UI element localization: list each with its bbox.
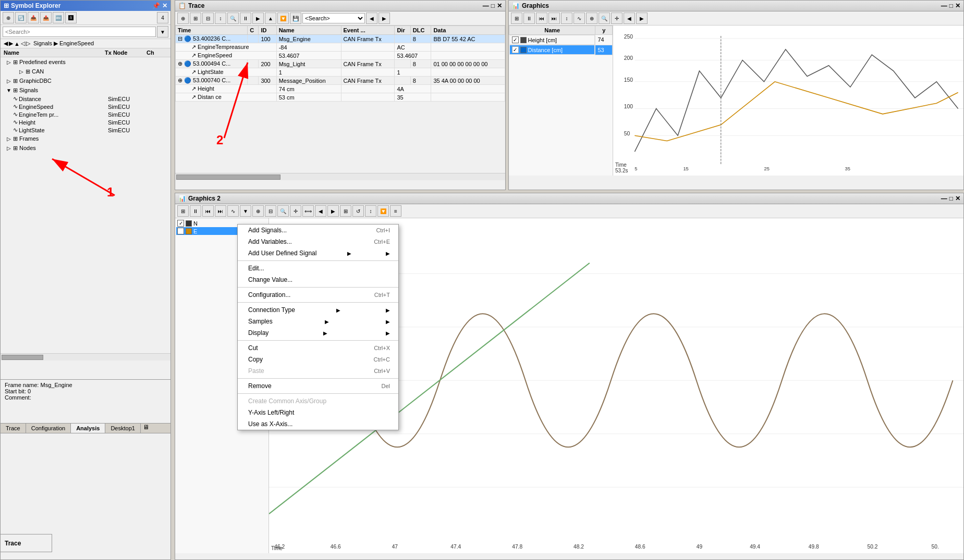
menu-add-signals[interactable]: Add Signals... Ctrl+I (238, 225, 398, 236)
nav-back[interactable]: ◀ (4, 40, 8, 47)
graphics2-maximize[interactable]: □ (949, 195, 953, 202)
g-tb-left[interactable]: ◀ (624, 13, 635, 24)
trace-tb-3[interactable]: ⊟ (202, 13, 214, 24)
graphics2-minimize[interactable]: — (941, 195, 947, 202)
menu-create-common[interactable]: Create Common Axis/Group (238, 395, 398, 407)
g2-tb-cursor[interactable]: ✛ (290, 205, 301, 217)
menu-use-as-xaxis[interactable]: Use as X-Axis... (238, 418, 398, 430)
g2-tb-left[interactable]: ◀ (315, 205, 326, 217)
tree-frames[interactable]: ▷ ⊞ Frames (1, 134, 170, 143)
g2-tb-7[interactable]: ⟺ (302, 205, 314, 217)
g-tb-1[interactable]: ⊞ (511, 13, 522, 24)
menu-paste[interactable]: Paste Ctrl+V (238, 365, 398, 377)
graphics2-close[interactable]: ✕ (955, 195, 960, 202)
table-row[interactable]: ⊕ 🔵 53.000740 C... 300 Message_Position … (176, 77, 505, 85)
menu-configuration[interactable]: Configuration... Ctrl+T (238, 289, 398, 301)
tree-nodes[interactable]: ▷ ⊞ Nodes (1, 143, 170, 153)
tree-enginespeed[interactable]: ∿ EngineSpeed SimECU (1, 103, 170, 110)
g-tb-6[interactable]: ⊕ (586, 13, 597, 24)
g2-tb-10[interactable]: ↕ (365, 205, 376, 217)
graphics-maximize[interactable]: □ (949, 2, 953, 9)
menu-edit[interactable]: Edit... (238, 263, 398, 274)
trace-hscroll[interactable] (175, 173, 505, 180)
trace-tb-2[interactable]: ⊞ (190, 13, 201, 24)
trace-tb-4[interactable]: ↕ (215, 13, 226, 24)
g2-tb-play[interactable]: ▶ (327, 205, 339, 217)
table-row[interactable]: ↗ EngineTempreasure -84 AC (176, 43, 505, 52)
trace-close[interactable]: ✕ (497, 2, 502, 9)
menu-add-variables[interactable]: Add Variables... Ctrl+E (238, 236, 398, 247)
graphics-signal-row-selected[interactable]: ✓ Distance [cm] 53 (509, 45, 613, 55)
tb-btn-2[interactable]: 🔃 (15, 12, 27, 23)
h-scrollbar-thumb[interactable] (2, 355, 43, 360)
menu-display[interactable]: Display ▶ (238, 327, 398, 339)
g2-tb-4[interactable]: ▼ (240, 205, 251, 217)
g-tb-4[interactable]: ↕ (561, 13, 572, 24)
menu-add-user-defined[interactable]: Add User Defined Signal ▶ (238, 247, 398, 259)
checkbox-height[interactable]: ✓ (512, 36, 519, 43)
g2-tb-wave[interactable]: ∿ (227, 205, 239, 217)
g-tb-right[interactable]: ▶ (636, 13, 648, 24)
g2-tb-12[interactable]: ≡ (390, 205, 401, 217)
table-row[interactable]: ⊟ 🔵 53.400236 C... 100 Msg_Engine CAN Fr… (176, 35, 505, 43)
g-tb-stop[interactable]: ⏸ (523, 13, 535, 24)
tab-trace[interactable]: Trace (1, 424, 26, 433)
trace-minimize[interactable]: — (483, 2, 489, 9)
nav-forward[interactable]: ▶ (9, 40, 13, 47)
graphics-minimize[interactable]: — (941, 2, 947, 9)
search-input[interactable] (3, 27, 156, 37)
trace-bottom-tab[interactable]: Trace (0, 534, 52, 552)
nav-up[interactable]: ▲ (14, 41, 20, 47)
trace-tb-stop[interactable]: ⏸ (240, 13, 251, 24)
table-row[interactable]: ⊕ 🔵 53.000494 C... 200 Msg_Light CAN Fra… (176, 60, 505, 68)
graphics-close[interactable]: ✕ (955, 2, 960, 9)
menu-change-value[interactable]: Change Value... (238, 274, 398, 285)
g-tb-5[interactable]: ∿ (573, 13, 585, 24)
g-tb-zoom[interactable]: 🔍 (599, 13, 610, 24)
trace-tb-save[interactable]: 💾 (290, 13, 301, 24)
tab-icon[interactable]: 🖥 (143, 424, 149, 433)
g2-tb-1[interactable]: ⊞ (177, 205, 189, 217)
trace-maximize[interactable]: □ (491, 2, 495, 9)
menu-yaxis[interactable]: Y-Axis Left/Right (238, 407, 398, 418)
tb-btn-4[interactable]: 📤 (40, 12, 52, 23)
g2-tb-zoom[interactable]: 🔍 (277, 205, 289, 217)
g-tb-2[interactable]: ⏮ (536, 13, 547, 24)
g2-tb-8[interactable]: ⊞ (340, 205, 351, 217)
g2-tb-stop[interactable]: ⏸ (190, 205, 201, 217)
checkbox-e[interactable] (177, 228, 184, 234)
table-row[interactable]: ↗ LightState 1 1 (176, 68, 505, 77)
menu-copy[interactable]: Copy Ctrl+C (238, 354, 398, 365)
g2-tb-5[interactable]: ⊕ (252, 205, 264, 217)
trace-tb-filter[interactable]: 🔽 (277, 13, 289, 24)
table-row[interactable]: ↗ Height 74 cm 4A (176, 85, 505, 93)
g2-tb-9[interactable]: ↺ (352, 205, 364, 217)
trace-table-container[interactable]: Time C ID Name Event ... Dir DLC Data ⊟ … (175, 26, 505, 173)
tree-can[interactable]: ▷ ⊞ CAN (1, 67, 170, 76)
g2-tb-3[interactable]: ⏭ (215, 205, 226, 217)
pin-icon[interactable]: 📌 (152, 2, 160, 9)
tree-area[interactable]: ▷ ⊞ Predefined events ▷ ⊞ CAN ▷ ⊞ Graphi… (1, 57, 170, 353)
checkbox-n[interactable] (177, 220, 184, 227)
graphics-signal-row[interactable]: ✓ Height [cm] 74 (509, 35, 613, 45)
tab-desktop1[interactable]: Desktop1 (105, 424, 140, 433)
trace-tb-left[interactable]: ◀ (366, 13, 377, 24)
tree-distance[interactable]: ∿ Distance SimECU (1, 95, 170, 103)
search-options-btn[interactable]: ▼ (157, 26, 168, 38)
tree-lightstate[interactable]: ∿ LightState SimECU (1, 126, 170, 134)
menu-samples[interactable]: Samples ▶ (238, 316, 398, 327)
tb-btn-1[interactable]: ⊕ (3, 12, 14, 23)
trace-tb-right[interactable]: ▶ (379, 13, 390, 24)
g-tb-3[interactable]: ⏭ (548, 13, 560, 24)
menu-cut[interactable]: Cut Ctrl+X (238, 342, 398, 354)
menu-remove[interactable]: Remove Del (238, 380, 398, 392)
nav-next[interactable]: ▷ (26, 40, 30, 47)
menu-connection-type[interactable]: Connection Type ▶ (238, 304, 398, 316)
tree-graphicdbc[interactable]: ▷ ⊞ GraphicDBC (1, 76, 170, 85)
trace-tb-1[interactable]: ⊕ (177, 13, 189, 24)
tb-btn-5[interactable]: 🔤 (53, 12, 64, 23)
tab-configuration[interactable]: Configuration (26, 424, 71, 433)
trace-tb-5[interactable]: 🔍 (227, 13, 239, 24)
tree-signals[interactable]: ▼ ⊞ Signals (1, 85, 170, 95)
tree-height[interactable]: ∿ Height SimECU (1, 118, 170, 126)
